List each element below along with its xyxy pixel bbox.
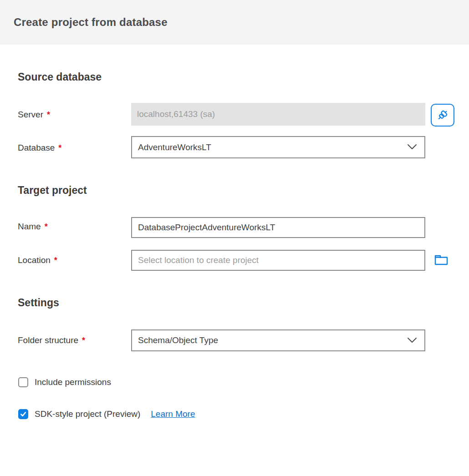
required-asterisk: * (45, 222, 48, 231)
folder-structure-label: Folder structure* (18, 335, 85, 345)
location-input[interactable] (131, 250, 425, 271)
include-permissions-label: Include permissions (35, 377, 111, 387)
project-name-input[interactable] (131, 217, 425, 238)
sdk-style-project-checkbox[interactable] (18, 409, 28, 419)
required-asterisk: * (54, 256, 57, 265)
section-heading-target-project: Target project (18, 184, 87, 197)
create-project-dialog: Create project from database Source data… (0, 0, 469, 476)
required-asterisk: * (47, 110, 50, 119)
required-asterisk: * (82, 336, 85, 345)
include-permissions-row: Include permissions (18, 377, 111, 387)
chevron-down-icon (407, 337, 417, 345)
plug-icon (436, 108, 449, 122)
connect-server-button[interactable] (431, 104, 454, 127)
name-label: Name* (18, 222, 48, 232)
database-dropdown-value: AdventureWorksLT (138, 142, 211, 152)
learn-more-link[interactable]: Learn More (151, 409, 195, 419)
sdk-style-project-row: SDK-style project (Preview) Learn More (18, 409, 195, 419)
server-label: Server* (18, 110, 50, 120)
section-heading-source-database: Source database (18, 71, 102, 83)
database-label: Database* (18, 143, 61, 153)
chevron-down-icon (407, 144, 417, 152)
server-input (131, 103, 425, 126)
required-asterisk: * (58, 143, 61, 152)
page-title: Create project from database (14, 16, 168, 29)
check-icon (20, 410, 27, 418)
folder-structure-dropdown-value: Schema/Object Type (138, 335, 218, 345)
folder-icon (433, 253, 449, 267)
sdk-style-project-label: SDK-style project (Preview) (35, 409, 140, 419)
database-dropdown[interactable]: AdventureWorksLT (131, 136, 425, 158)
dialog-header: Create project from database (0, 0, 469, 45)
location-label: Location* (18, 255, 57, 265)
section-heading-settings: Settings (18, 297, 59, 309)
browse-folder-button[interactable] (433, 253, 449, 267)
folder-structure-dropdown[interactable]: Schema/Object Type (131, 329, 425, 351)
include-permissions-checkbox[interactable] (18, 377, 28, 387)
